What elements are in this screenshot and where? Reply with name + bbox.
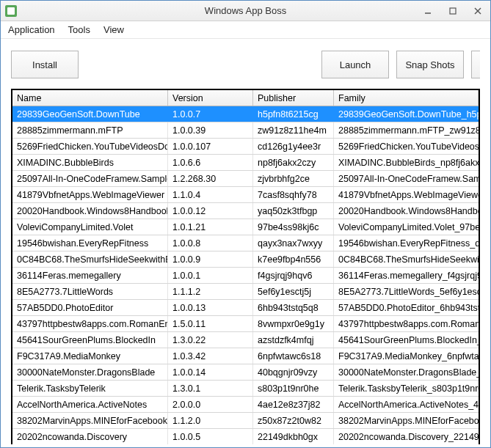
col-header-version[interactable]: Version bbox=[168, 90, 253, 106]
cell-publisher: zw91z8z11he4m bbox=[253, 122, 334, 138]
table-row[interactable]: Telerik.TasksbyTelerik1.3.0.1s803p1t9nr0… bbox=[12, 381, 479, 397]
toolbar: Install Launch Snap Shots bbox=[1, 39, 490, 89]
cell-version: 1.0.0.5 bbox=[168, 429, 253, 444]
titlebar: Windows App Boss bbox=[1, 1, 490, 21]
cell-name: VoleviCompanyLimited.Volet bbox=[12, 219, 168, 235]
table-row[interactable]: VoleviCompanyLimited.Volet1.0.1.2197be4s… bbox=[12, 219, 479, 235]
grid-body: 29839GeoGenSoft.DownTube1.0.0.7h5pfn8t62… bbox=[12, 106, 479, 444]
cell-publisher: 97be4ss98kj6c bbox=[253, 219, 334, 235]
cell-name: 57AB5DD0.PhotoEditor bbox=[12, 300, 168, 315]
cell-version: 1.0.0.1 bbox=[168, 268, 253, 283]
cell-version: 1.1.2.0 bbox=[168, 413, 253, 428]
cell-family: 41879VbfnetApps.WebImageViewer_7casf8 bbox=[334, 187, 479, 202]
cell-name: 20202ncowanda.Discovery bbox=[12, 429, 168, 444]
cell-publisher: 6hb943tstq5q8 bbox=[253, 300, 334, 315]
menu-view[interactable]: View bbox=[103, 24, 124, 35]
cell-family: 45641SourGreenPlums.BlockedIn_azstdzfk4 bbox=[334, 332, 479, 348]
toolbar-overflow-button[interactable] bbox=[471, 51, 480, 78]
cell-publisher: 4ae12e8z37j82 bbox=[253, 397, 334, 412]
cell-version: 1.0.3.42 bbox=[168, 348, 253, 364]
table-row[interactable]: 57AB5DD0.PhotoEditor1.0.0.136hb943tstq5q… bbox=[12, 300, 479, 316]
cell-version: 1.0.0.39 bbox=[168, 122, 253, 138]
cell-name: 0C84BC68.TheSmurfsHideSeekwithBrainy bbox=[12, 251, 168, 267]
cell-name: 19546bwishan.EveryRepFitness bbox=[12, 235, 168, 251]
cell-name: 20020Handbook.Windows8Handbook bbox=[12, 203, 168, 219]
cell-publisher: cd126g1y4ee3r bbox=[253, 139, 334, 154]
table-row[interactable]: 19546bwishan.EveryRepFitness1.0.0.8qayx3… bbox=[12, 235, 479, 251]
snapshots-button[interactable]: Snap Shots bbox=[396, 51, 464, 78]
cell-family: 19546bwishan.EveryRepFitness_qayx3nax7 bbox=[334, 235, 479, 251]
install-button[interactable]: Install bbox=[11, 51, 79, 78]
cell-family: 57AB5DD0.PhotoEditor_6hb943tstq5q8 bbox=[334, 300, 479, 315]
cell-publisher: s803p1t9nr0he bbox=[253, 381, 334, 396]
cell-name: 36114Feras.memegallery bbox=[12, 268, 168, 283]
window-title: Windows App Boss bbox=[1, 5, 490, 16]
cell-version: 1.0.0.7 bbox=[168, 106, 253, 122]
cell-publisher: f4gsjrqj9hqv6 bbox=[253, 268, 334, 283]
cell-publisher: 7casf8sqhfy78 bbox=[253, 187, 334, 202]
cell-family: 38202MarvinApps.MINEforFacebook_z50x8 bbox=[334, 413, 479, 428]
col-header-family[interactable]: Family bbox=[334, 90, 479, 106]
menu-application[interactable]: Application bbox=[8, 24, 55, 35]
table-row[interactable]: 0C84BC68.TheSmurfsHideSeekwithBrainy1.0.… bbox=[12, 251, 479, 268]
cell-version: 1.3.0.22 bbox=[168, 332, 253, 348]
cell-family: AccelNorthAmerica.ActiveNotes_4ae12e8z3 bbox=[334, 397, 479, 412]
cell-version: 1.5.0.11 bbox=[168, 316, 253, 331]
cell-family: 28885zimmermann.mFTP_zw91z8z11he4m bbox=[334, 122, 479, 138]
cell-version: 1.0.0.13 bbox=[168, 300, 253, 315]
cell-family: Telerik.TasksbyTelerik_s803p1t9nr0he bbox=[334, 381, 479, 396]
cell-publisher: 8vwmpxr0e9g1y bbox=[253, 316, 334, 331]
cell-version: 1.0.6.6 bbox=[168, 155, 253, 170]
col-header-publisher[interactable]: Publisher bbox=[253, 90, 334, 106]
cell-publisher: 6npfwtawc6s18 bbox=[253, 348, 334, 364]
cell-name: F9C317A9.MediaMonkey bbox=[12, 348, 168, 364]
table-row[interactable]: 41879VbfnetApps.WebImageViewer1.1.0.47ca… bbox=[12, 187, 479, 203]
cell-family: VoleviCompanyLimited.Volet_97be4ss98kj6c bbox=[334, 219, 479, 235]
cell-family: 29839GeoGenSoft.DownTube_h5pfn8t6215 bbox=[334, 106, 479, 122]
cell-family: 43797httpbestw8apps.com.RomanEmpireFre bbox=[334, 316, 479, 331]
cell-publisher: qayx3nax7wxyy bbox=[253, 235, 334, 251]
table-row[interactable]: AccelNorthAmerica.ActiveNotes2.0.0.04ae1… bbox=[12, 397, 479, 413]
table-row[interactable]: 5269FriedChicken.YouTubeVideosDownl...1.… bbox=[12, 139, 479, 155]
cell-family: 25097All-In-OneCodeFramew.SampleBrowse bbox=[334, 171, 479, 186]
table-row[interactable]: 36114Feras.memegallery1.0.0.1f4gsjrqj9hq… bbox=[12, 268, 479, 284]
cell-version: 1.0.0.14 bbox=[168, 364, 253, 380]
cell-name: XIMADINC.BubbleBirds bbox=[12, 155, 168, 170]
table-row[interactable]: 29839GeoGenSoft.DownTube1.0.0.7h5pfn8t62… bbox=[12, 106, 479, 122]
cell-name: 5269FriedChicken.YouTubeVideosDownl... bbox=[12, 139, 168, 154]
cell-name: 30000NateMonster.DragonsBlade bbox=[12, 364, 168, 380]
cell-version: 1.2.268.30 bbox=[168, 171, 253, 186]
cell-name: AccelNorthAmerica.ActiveNotes bbox=[12, 397, 168, 412]
cell-version: 1.0.1.21 bbox=[168, 219, 253, 235]
cell-name: 25097All-In-OneCodeFramew.SampleBro... bbox=[12, 171, 168, 186]
table-row[interactable]: 43797httpbestw8apps.com.RomanEmpir...1.5… bbox=[12, 316, 479, 332]
table-row[interactable]: 20202ncowanda.Discovery1.0.0.522149dkbh0… bbox=[12, 429, 479, 444]
table-row[interactable]: 28885zimmermann.mFTP1.0.0.39zw91z8z11he4… bbox=[12, 122, 479, 139]
table-row[interactable]: F9C317A9.MediaMonkey1.0.3.426npfwtawc6s1… bbox=[12, 348, 479, 364]
table-row[interactable]: 38202MarvinApps.MINEforFacebook1.1.2.0z5… bbox=[12, 413, 479, 429]
cell-version: 1.1.0.4 bbox=[168, 187, 253, 202]
cell-name: 45641SourGreenPlums.BlockedIn bbox=[12, 332, 168, 348]
cell-publisher: zjvbrbhfg2ce bbox=[253, 171, 334, 186]
cell-family: 0C84BC68.TheSmurfsHideSeekwithBrainy_k bbox=[334, 251, 479, 267]
menu-tools[interactable]: Tools bbox=[68, 24, 90, 35]
cell-version: 1.0.0.12 bbox=[168, 203, 253, 219]
cell-family: 20020Handbook.Windows8Handbook_yaq5 bbox=[334, 203, 479, 219]
cell-version: 1.0.0.9 bbox=[168, 251, 253, 267]
cell-publisher: yaq50zk3tfbgp bbox=[253, 203, 334, 219]
cell-name: 43797httpbestw8apps.com.RomanEmpir... bbox=[12, 316, 168, 331]
cell-publisher: h5pfn8t6215cg bbox=[253, 106, 334, 122]
table-row[interactable]: XIMADINC.BubbleBirds1.0.6.6np8fj6akx2czy… bbox=[12, 155, 479, 171]
table-row[interactable]: 45641SourGreenPlums.BlockedIn1.3.0.22azs… bbox=[12, 332, 479, 348]
table-row[interactable]: 25097All-In-OneCodeFramew.SampleBro...1.… bbox=[12, 171, 479, 187]
col-header-name[interactable]: Name bbox=[12, 90, 168, 106]
cell-publisher: azstdzfk4mfqj bbox=[253, 332, 334, 348]
menubar: Application Tools View bbox=[1, 21, 490, 39]
cell-family: 5269FriedChicken.YouTubeVideosDownloa bbox=[334, 139, 479, 154]
table-row[interactable]: 8E5A2773.7LittleWords1.1.1.25ef6y1esctj5… bbox=[12, 284, 479, 300]
launch-button[interactable]: Launch bbox=[321, 51, 389, 78]
cell-publisher: k7ee9fbp4n556 bbox=[253, 251, 334, 267]
app-grid: Name Version Publisher Family 29839GeoGe… bbox=[11, 89, 480, 444]
table-row[interactable]: 30000NateMonster.DragonsBlade1.0.0.1440b… bbox=[12, 364, 479, 381]
table-row[interactable]: 20020Handbook.Windows8Handbook1.0.0.12ya… bbox=[12, 203, 479, 219]
